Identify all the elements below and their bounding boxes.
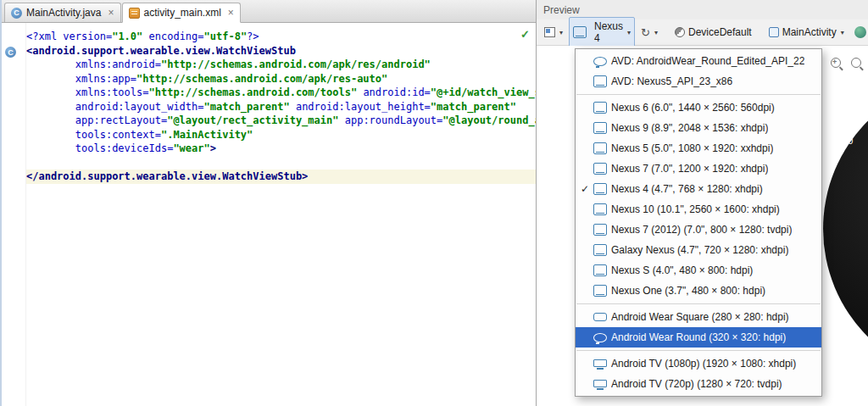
device-menu-item-label: Android TV (720p) (1280 × 720: tvdpi) [611, 378, 782, 390]
device-menu-item[interactable]: Android TV (1080p) (1920 × 1080: xhdpi) [576, 353, 821, 374]
phone-icon [593, 102, 607, 114]
phone-icon [593, 203, 607, 215]
code-line[interactable]: xmlns:tools="http://schemas.android.com/… [26, 86, 536, 100]
device-menu-item[interactable]: Nexus 6 (6.0", 1440 × 2560: 560dpi) [576, 97, 821, 118]
api-version-button[interactable]: ▾ [850, 23, 868, 42]
device-menu-item[interactable]: Nexus 7 (7.0", 1200 × 1920: xhdpi) [576, 159, 821, 179]
preview-toolbar: ▾ Nexus 4 ▾ ↻ ▾ DeviceDefault MainActivi… [537, 19, 868, 46]
device-menu-item[interactable]: AVD: AndroidWear_Round_Edited_API_22 [576, 51, 821, 71]
code-line[interactable]: <android.support.wearable.view.WatchView… [26, 44, 536, 58]
layout-config-icon [544, 27, 555, 37]
tv-icon [593, 359, 607, 367]
code-line[interactable]: tools:context=".MainActivity" [26, 128, 536, 142]
theme-icon [675, 27, 685, 37]
phone-icon [593, 264, 607, 276]
menu-separator [576, 94, 821, 95]
xml-file-icon [129, 8, 140, 19]
chevron-down-icon: ▾ [841, 29, 844, 36]
zoom-out-icon[interactable] [851, 58, 861, 68]
orientation-button[interactable]: ↻ ▾ [637, 24, 662, 42]
phone-icon [593, 224, 607, 236]
device-menu-item-label: Nexus 4 (4.7", 768 × 1280: xhdpi) [611, 183, 763, 195]
device-menu-item[interactable]: Nexus One (3.7", 480 × 800: hdpi) [576, 281, 821, 301]
preview-title: Preview [543, 4, 580, 16]
device-menu-item-label: AVD: Nexus5_API_23_x86 [611, 75, 732, 87]
device-selector-label: Nexus 4 [594, 20, 623, 44]
menu-separator [576, 350, 821, 351]
device-menu: AVD: AndroidWear_Round_Edited_API_22 AVD… [575, 48, 822, 397]
device-menu-item[interactable]: Nexus 7 (2012) (7.0", 800 × 1280: tvdpi) [576, 220, 821, 240]
device-menu-item-label: Nexus 6 (6.0", 1440 × 2560: 560dpi) [611, 102, 775, 114]
editor-tab-bar: MainActivity.java × activity_main.xml × [0, 0, 536, 23]
device-menu-item-label: Nexus S (4.0", 480 × 800: hdpi) [611, 264, 753, 276]
phone-icon [593, 285, 607, 297]
watch-time: 6:00 [835, 136, 853, 146]
window-edge [0, 0, 2, 406]
tab-activity-main-xml[interactable]: activity_main.xml × [122, 3, 241, 23]
code-line[interactable]: tools:deviceIds="wear"> [26, 142, 536, 156]
activity-selector-label: MainActivity [782, 26, 837, 38]
device-menu-item-label: AVD: AndroidWear_Round_Edited_API_22 [611, 55, 804, 67]
wear-square-icon [593, 313, 607, 321]
device-menu-item-label: Android TV (1080p) (1920 × 1080: xhdpi) [611, 358, 796, 370]
close-icon[interactable]: × [108, 8, 114, 18]
activity-icon [769, 27, 779, 37]
close-icon[interactable]: × [228, 8, 234, 18]
phone-icon [593, 142, 607, 154]
layout-config-button[interactable]: ▾ [540, 24, 567, 41]
code-line[interactable]: xmlns:app="http://schemas.android.com/ap… [26, 72, 536, 86]
device-menu-item[interactable]: Galaxy Nexus (4.7", 720 × 1280: xhdpi) [576, 240, 821, 260]
device-menu-item[interactable]: AVD: Nexus5_API_23_x86 [576, 71, 821, 92]
theme-selector-label: DeviceDefault [688, 26, 752, 38]
device-menu-item-label: Nexus One (3.7", 480 × 800: hdpi) [611, 285, 765, 297]
code-line[interactable]: <?xml version="1.0" encoding="utf-8"?> [26, 30, 536, 44]
activity-selector-button[interactable]: MainActivity ▾ [765, 23, 849, 42]
code-line[interactable]: android:layout_width="match_parent" andr… [26, 100, 536, 114]
zoom-in-icon[interactable] [831, 58, 841, 68]
device-menu-item[interactable]: ✓ Nexus 4 (4.7", 768 × 1280: xhdpi) [576, 179, 821, 199]
tv-icon [593, 380, 607, 387]
device-menu-item[interactable]: Android Wear Square (280 × 280: hdpi) [576, 307, 821, 327]
phone-icon [593, 75, 607, 87]
zoom-controls [831, 58, 861, 68]
chevron-down-icon: ▾ [559, 29, 563, 36]
code-line[interactable]: </android.support.wearable.view.WatchVie… [26, 170, 536, 184]
tab-mainactivity-java[interactable]: MainActivity.java × [4, 3, 121, 22]
phone-icon [593, 244, 607, 256]
rotate-device-icon: ↻ [641, 27, 650, 38]
device-menu-item-label: Nexus 7 (2012) (7.0", 800 × 1280: tvdpi) [611, 224, 792, 236]
device-menu-item-label: Nexus 5 (5.0", 1080 × 1920: xxhdpi) [611, 142, 773, 154]
code-line[interactable]: xmlns:android="http://schemas.android.co… [26, 58, 536, 72]
device-menu-item[interactable]: Nexus 9 (8.9", 2048 × 1536: xhdpi) [576, 118, 821, 138]
api-version-icon [854, 26, 866, 38]
tab-label: MainActivity.java [26, 7, 101, 19]
device-menu-item[interactable]: Android TV (720p) (1280 × 720: tvdpi) [576, 374, 821, 394]
wear-device-frame [823, 76, 868, 381]
device-selector-button[interactable]: Nexus 4 ▾ [569, 17, 635, 47]
tab-label: activity_main.xml [144, 7, 221, 19]
device-menu-item-label: Galaxy Nexus (4.7", 720 × 1280: xhdpi) [611, 244, 788, 256]
java-class-icon [11, 8, 22, 19]
device-menu-item[interactable]: Nexus S (4.0", 480 × 800: hdpi) [576, 260, 821, 281]
device-menu-item-label: Android Wear Round (320 × 320: hdpi) [611, 331, 786, 343]
code-area[interactable]: <?xml version="1.0" encoding="utf-8"?><a… [26, 23, 536, 406]
code-line[interactable]: app:rectLayout="@layout/rect_activity_ma… [26, 114, 536, 128]
chevron-down-icon: ▾ [654, 29, 658, 36]
device-menu-item-label: Nexus 9 (8.9", 2048 × 1536: xhdpi) [611, 122, 768, 134]
device-menu-item[interactable]: Android Wear Round (320 × 320: hdpi) [576, 327, 821, 348]
wear-round-icon [593, 57, 607, 66]
editor-pane: MainActivity.java × activity_main.xml × … [0, 0, 536, 406]
menu-separator [576, 303, 821, 304]
device-menu-item-label: Nexus 7 (7.0", 1200 × 1920: xhdpi) [611, 163, 768, 175]
theme-selector-button[interactable]: DeviceDefault [670, 23, 756, 42]
phone-icon [593, 122, 607, 134]
phone-icon [593, 163, 607, 175]
class-gutter-icon[interactable] [5, 47, 16, 58]
phone-icon [593, 183, 607, 195]
wear-round-icon [593, 333, 607, 342]
device-menu-item[interactable]: Nexus 10 (10.1", 2560 × 1600: xhdpi) [576, 199, 821, 220]
code-line[interactable] [26, 156, 536, 170]
device-menu-item-label: Nexus 10 (10.1", 2560 × 1600: xhdpi) [611, 203, 780, 215]
device-menu-item-label: Android Wear Square (280 × 280: hdpi) [611, 311, 789, 323]
device-menu-item[interactable]: Nexus 5 (5.0", 1080 × 1920: xxhdpi) [576, 138, 821, 159]
